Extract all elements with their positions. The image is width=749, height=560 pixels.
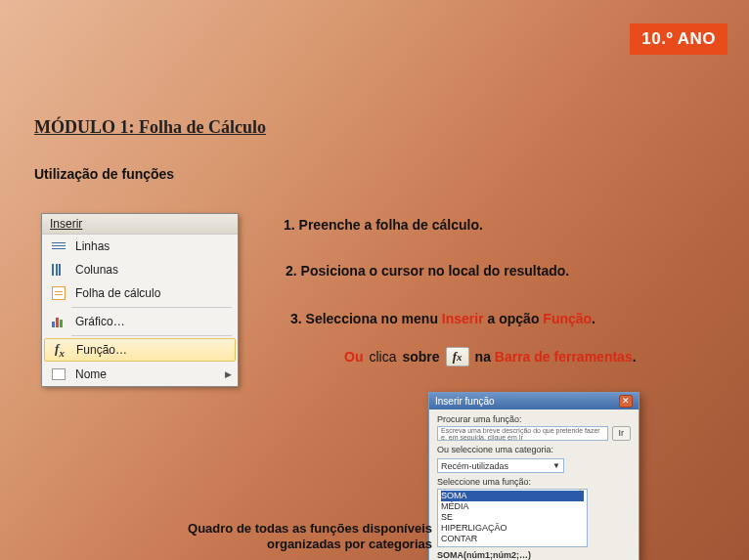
- chevron-down-icon: ▼: [552, 461, 560, 470]
- worksheet-icon: [48, 284, 69, 302]
- insert-menu-header: Inserir: [42, 214, 238, 235]
- category-select[interactable]: Recém-utilizadas ▼: [437, 458, 564, 473]
- submenu-arrow-icon: ▶: [225, 369, 232, 379]
- search-label: Procurar uma função:: [437, 414, 631, 424]
- step-3-highlight: Função: [543, 311, 592, 326]
- function-list-label: Seleccione uma função:: [437, 477, 631, 487]
- or-label: Ou: [344, 349, 363, 365]
- menu-item-label: Linhas: [75, 239, 110, 253]
- dialog-titlebar: Inserir função ✕: [429, 393, 639, 409]
- category-label: Ou seleccione uma categoria:: [437, 445, 553, 454]
- list-item[interactable]: MÉDIA: [441, 501, 584, 512]
- step-1: 1. Preenche a folha de cálculo.: [284, 217, 483, 233]
- menu-item-label: Função…: [76, 343, 127, 357]
- step-3-text: a opção: [484, 311, 544, 326]
- menu-item-function[interactable]: fx Função…: [44, 338, 236, 362]
- step-3-text: .: [592, 311, 595, 326]
- menu-item-label: Nome: [75, 367, 107, 381]
- menu-item-rows[interactable]: Linhas: [42, 235, 238, 258]
- or-text: clica: [369, 349, 396, 365]
- step-alternative: Ou clica sobre fx na Barra de ferramenta…: [344, 347, 637, 366]
- menu-item-columns[interactable]: Colunas: [42, 258, 238, 281]
- close-icon[interactable]: ✕: [619, 395, 633, 408]
- or-trailing: na Barra de ferramentas.: [475, 349, 637, 365]
- fx-toolbar-button[interactable]: fx: [446, 347, 469, 366]
- section-subtitle: Utilização de funções: [34, 166, 174, 182]
- grade-badge: 10.º ANO: [630, 23, 727, 55]
- function-listbox[interactable]: SOMA MÉDIA SE HIPERLIGAÇÃO CONTAR: [437, 489, 588, 547]
- module-title-rest: Folha de Cálculo: [135, 117, 267, 137]
- step-3: 3. Selecciona no menu Inserir a opção Fu…: [290, 311, 595, 326]
- step-3-highlight: Inserir: [442, 311, 484, 326]
- list-item[interactable]: SOMA: [441, 491, 584, 501]
- menu-separator: [71, 335, 232, 336]
- menu-item-label: Folha de cálculo: [75, 286, 160, 300]
- menu-item-name[interactable]: Nome ▶: [42, 363, 238, 386]
- dialog-caption: Quadro de todas as funções disponíveis o…: [139, 521, 432, 552]
- insert-function-dialog: Inserir função ✕ Procurar uma função: Es…: [428, 392, 639, 560]
- menu-item-label: Gráfico…: [75, 315, 125, 328]
- function-signature: SOMA(núm1;núm2;…): [437, 550, 631, 560]
- menu-item-worksheet[interactable]: Folha de cálculo: [42, 281, 238, 305]
- module-title-prefix: MÓDULO 1:: [34, 117, 135, 137]
- columns-icon: [48, 261, 69, 279]
- step-3-text: 3. Selecciona no menu: [290, 311, 442, 326]
- fx-icon: fx: [49, 341, 70, 359]
- chart-icon: [48, 313, 69, 330]
- search-input[interactable]: Escreva uma breve descrição do que prete…: [437, 426, 608, 441]
- dialog-title-text: Inserir função: [435, 396, 495, 407]
- name-icon: [48, 366, 69, 383]
- insert-menu: Inserir Linhas Colunas Folha de cálculo …: [41, 213, 239, 387]
- step-2: 2. Posiciona o cursor no local do result…: [286, 263, 569, 279]
- menu-separator: [71, 307, 232, 308]
- list-item[interactable]: CONTAR: [441, 534, 584, 544]
- module-title: MÓDULO 1: Folha de Cálculo: [34, 117, 266, 138]
- menu-item-chart[interactable]: Gráfico…: [42, 310, 238, 333]
- list-item[interactable]: SE: [441, 512, 584, 523]
- menu-item-label: Colunas: [75, 263, 118, 277]
- or-text: sobre: [402, 349, 439, 365]
- go-button[interactable]: Ir: [612, 426, 632, 441]
- rows-icon: [48, 237, 69, 255]
- list-item[interactable]: HIPERLIGAÇÃO: [441, 523, 584, 534]
